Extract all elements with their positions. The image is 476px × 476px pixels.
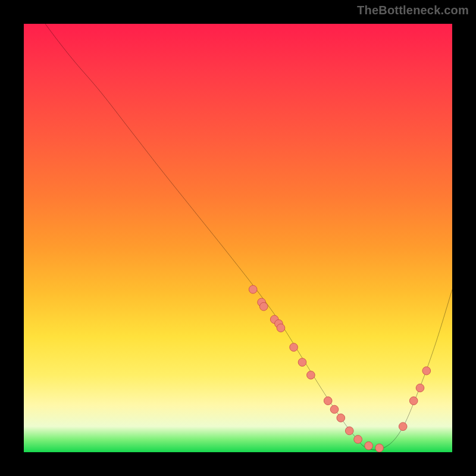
scatter-point (330, 405, 339, 414)
chart-svg (24, 24, 452, 452)
scatter-point (298, 358, 306, 367)
scatter-point (307, 371, 315, 380)
scatter-point (259, 302, 268, 311)
scatter-point (277, 324, 285, 332)
scatter-point (399, 422, 407, 431)
scatter-point (375, 444, 384, 452)
watermark-text: TheBottleneck.com (357, 4, 469, 17)
bottleneck-curve (45, 24, 452, 450)
scatter-point (409, 397, 418, 405)
scatter-point (290, 343, 298, 352)
chart-stage: TheBottleneck.com (0, 0, 476, 476)
scatter-point (345, 427, 353, 435)
scatter-markers (249, 286, 430, 452)
plot-area (24, 24, 452, 452)
scatter-point (354, 436, 362, 444)
scatter-point (422, 367, 431, 375)
scatter-point (324, 397, 332, 405)
scatter-point (337, 414, 345, 422)
scatter-point (365, 441, 373, 450)
scatter-point (416, 384, 424, 392)
scatter-point (249, 286, 257, 294)
